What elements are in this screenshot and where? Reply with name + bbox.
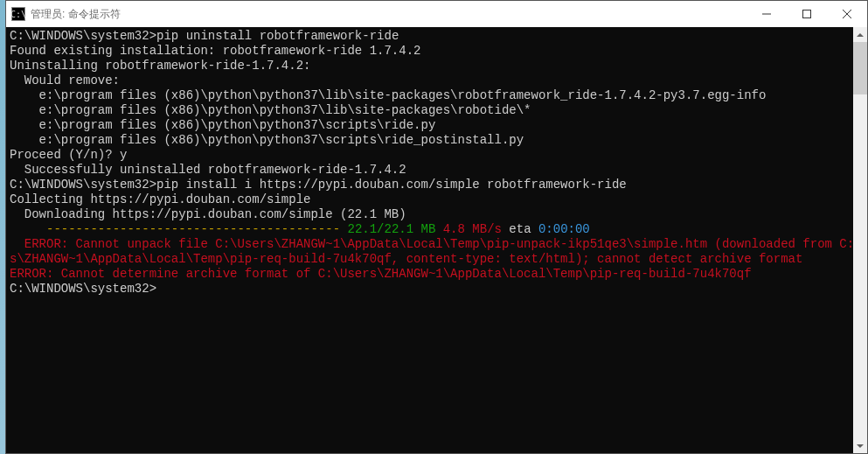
close-button[interactable]	[827, 1, 867, 27]
terminal-body[interactable]: C:\WINDOWS\system32>pip uninstall robotf…	[6, 27, 867, 453]
app-icon: C:\	[11, 7, 25, 21]
progress-indent	[10, 222, 46, 236]
minimize-icon	[762, 10, 771, 18]
command-prompt-window: C:\ 管理员: 命令提示符 C:\WINDOWS\system32>pip u…	[5, 0, 868, 454]
proceed-question: Proceed (Y/n)?	[10, 148, 120, 162]
terminal-error-line: ERROR: Cannot unpack file C:\Users\ZHANG…	[10, 237, 864, 252]
svg-rect-0	[803, 10, 811, 18]
scrollbar-up-button[interactable]	[853, 27, 867, 42]
terminal-line: Downloading https://pypi.douban.com/simp…	[10, 207, 864, 222]
progress-bar: ----------------------------------------	[46, 222, 347, 236]
command: pip install i https://pypi.douban.com/si…	[156, 178, 627, 192]
progress-eta: 0:00:00	[538, 222, 590, 236]
prompt: C:\WINDOWS\system32>	[10, 29, 156, 43]
close-icon	[843, 10, 851, 18]
terminal-line: C:\WINDOWS\system32>pip uninstall robotf…	[10, 29, 864, 44]
prompt: C:\WINDOWS\system32>	[10, 282, 156, 296]
terminal-line: e:\program files (x86)\python\python37\l…	[10, 88, 864, 103]
scrollbar-down-button[interactable]	[853, 438, 867, 453]
terminal-error-line: ERROR: Cannot determine archive format o…	[10, 267, 864, 282]
progress-done: 22.1/22.1 MB	[347, 222, 435, 236]
chevron-up-icon	[857, 31, 864, 38]
maximize-button[interactable]	[787, 1, 827, 27]
titlebar[interactable]: C:\ 管理员: 命令提示符	[6, 1, 867, 27]
chevron-down-icon	[857, 443, 864, 450]
progress-speed: 4.8 MB/s	[443, 222, 502, 236]
maximize-icon	[802, 10, 811, 18]
terminal-line: C:\WINDOWS\system32>	[10, 282, 864, 297]
minimize-button[interactable]	[746, 1, 787, 27]
terminal-line: ----------------------------------------…	[10, 222, 864, 237]
terminal-line: e:\program files (x86)\python\python37\s…	[10, 133, 864, 148]
terminal-line: Uninstalling robotframework-ride-1.7.4.2…	[10, 59, 864, 73]
terminal-line: Would remove:	[10, 73, 864, 88]
eta-label: eta	[502, 222, 538, 236]
terminal-error-line: s\ZHANGW~1\AppData\Local\Temp\pip-req-bu…	[10, 252, 864, 267]
window-title: 管理员: 命令提示符	[31, 7, 746, 22]
vertical-scrollbar[interactable]	[853, 27, 867, 453]
command: pip uninstall robotframework-ride	[156, 29, 399, 43]
terminal-line: Successfully uninstalled robotframework-…	[10, 163, 864, 178]
terminal-line: Found existing installation: robotframew…	[10, 44, 864, 59]
terminal-line: C:\WINDOWS\system32>pip install i https:…	[10, 178, 864, 192]
sep	[435, 222, 442, 236]
terminal-line: Collecting https://pypi.douban.com/simpl…	[10, 192, 864, 207]
terminal-line: e:\program files (x86)\python\python37\l…	[10, 103, 864, 118]
scrollbar-track[interactable]	[853, 42, 867, 438]
proceed-answer: y	[120, 148, 127, 162]
scrollbar-thumb[interactable]	[853, 42, 867, 94]
terminal-line: e:\program files (x86)\python\python37\s…	[10, 118, 864, 133]
prompt: C:\WINDOWS\system32>	[10, 178, 156, 192]
terminal-line: Proceed (Y/n)? y	[10, 148, 864, 163]
window-controls	[746, 1, 867, 27]
